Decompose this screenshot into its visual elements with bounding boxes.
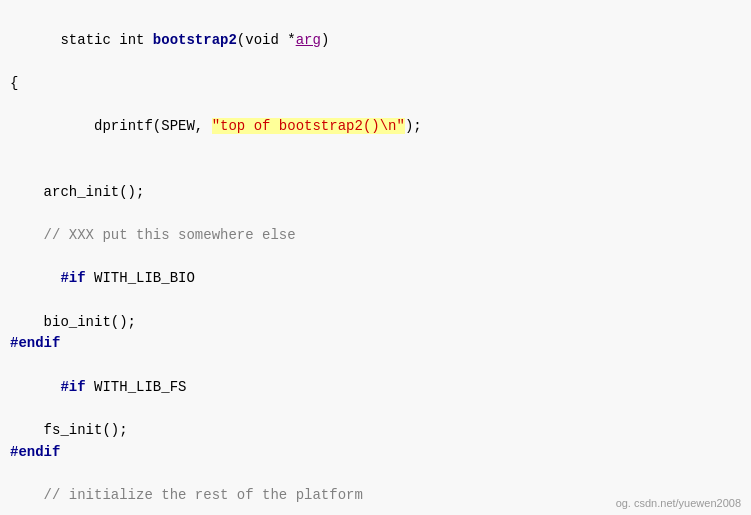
- code-line-2: {: [0, 73, 751, 95]
- code-token-string: "top of bootstrap2()\n": [212, 118, 405, 134]
- code-token: arch_init();: [10, 184, 144, 200]
- code-token: WITH_LIB_FS: [86, 379, 187, 395]
- code-token: {: [10, 75, 18, 91]
- code-token: );: [405, 118, 422, 134]
- code-token: bio_init();: [10, 314, 136, 330]
- code-token: bootstrap2: [153, 32, 237, 48]
- code-token: ): [321, 32, 329, 48]
- code-token: #if: [60, 270, 85, 286]
- code-line-7: // XXX put this somewhere else: [0, 225, 751, 247]
- code-line-10: #endif: [0, 333, 751, 355]
- code-token: #endif: [10, 444, 60, 460]
- code-line-3: dprintf(SPEW, "top of bootstrap2()\n");: [0, 95, 751, 160]
- code-line-4: [0, 160, 751, 182]
- code-line-8: #if WITH_LIB_BIO: [0, 247, 751, 312]
- code-line-13: #endif: [0, 442, 751, 464]
- code-line-11: #if WITH_LIB_FS: [0, 355, 751, 420]
- code-viewer: static int bootstrap2(void *arg) { dprin…: [0, 0, 751, 515]
- watermark: og. csdn.net/yuewen2008: [616, 497, 741, 509]
- code-token: WITH_LIB_BIO: [86, 270, 195, 286]
- code-line-6: [0, 203, 751, 225]
- code-line-1: static int bootstrap2(void *arg): [0, 8, 751, 73]
- code-token: dprintf(SPEW,: [60, 118, 211, 134]
- code-comment: // XXX put this somewhere else: [10, 227, 296, 243]
- code-token: (void *: [237, 32, 296, 48]
- code-token: static int: [60, 32, 152, 48]
- code-line-12: fs_init();: [0, 420, 751, 442]
- code-token: #endif: [10, 335, 60, 351]
- code-token: fs_init();: [10, 422, 128, 438]
- code-line-5: arch_init();: [0, 182, 751, 204]
- code-line-14: [0, 463, 751, 485]
- code-token: arg: [296, 32, 321, 48]
- code-line-9: bio_init();: [0, 312, 751, 334]
- code-token: #if: [60, 379, 85, 395]
- code-comment: // initialize the rest of the platform: [10, 487, 363, 503]
